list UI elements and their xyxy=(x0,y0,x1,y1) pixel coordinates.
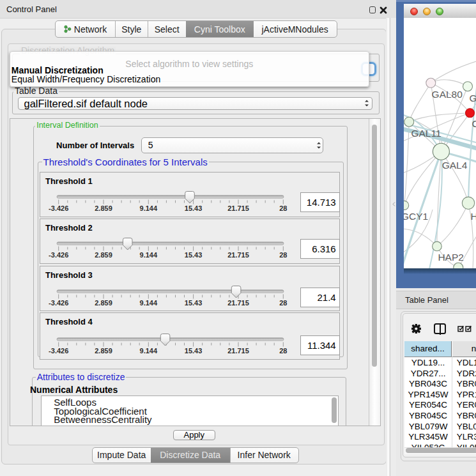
svg-text:21.715: 21.715 xyxy=(227,250,249,258)
svg-text:15.43: 15.43 xyxy=(185,250,203,258)
svg-text:HA: HA xyxy=(471,211,476,222)
svg-text:2.859: 2.859 xyxy=(95,347,112,355)
svg-text:28: 28 xyxy=(279,347,287,355)
svg-text:9.144: 9.144 xyxy=(140,250,158,258)
svg-text:-3.426: -3.426 xyxy=(49,204,68,211)
svg-text:9.144: 9.144 xyxy=(140,347,158,355)
svg-text:-3.426: -3.426 xyxy=(49,250,68,258)
svg-text:28: 28 xyxy=(279,250,287,258)
svg-text:CY: CY xyxy=(472,118,476,128)
svg-text:GAL4: GAL4 xyxy=(442,160,468,171)
svg-text:2.859: 2.859 xyxy=(95,204,112,211)
svg-text:GCY1: GCY1 xyxy=(404,211,428,222)
svg-text:2.859: 2.859 xyxy=(95,250,112,258)
svg-text:9.144: 9.144 xyxy=(140,298,158,306)
svg-text:15.43: 15.43 xyxy=(185,347,203,355)
svg-text:15.43: 15.43 xyxy=(185,298,203,306)
svg-text:-3.426: -3.426 xyxy=(49,347,68,355)
svg-text:9.144: 9.144 xyxy=(140,204,158,211)
svg-text:GAL11: GAL11 xyxy=(411,128,441,139)
svg-text:21.715: 21.715 xyxy=(227,204,249,211)
svg-text:-3.426: -3.426 xyxy=(49,298,68,306)
svg-text:28: 28 xyxy=(279,204,287,211)
svg-text:21.715: 21.715 xyxy=(227,347,249,355)
svg-text:GAL80: GAL80 xyxy=(432,88,463,99)
svg-text:GA: GA xyxy=(470,93,476,104)
svg-text:15.43: 15.43 xyxy=(185,204,203,211)
svg-text:HAP2: HAP2 xyxy=(438,252,464,263)
svg-text:21.715: 21.715 xyxy=(227,298,249,306)
svg-text:2.859: 2.859 xyxy=(95,298,112,306)
svg-text:28: 28 xyxy=(279,298,287,306)
